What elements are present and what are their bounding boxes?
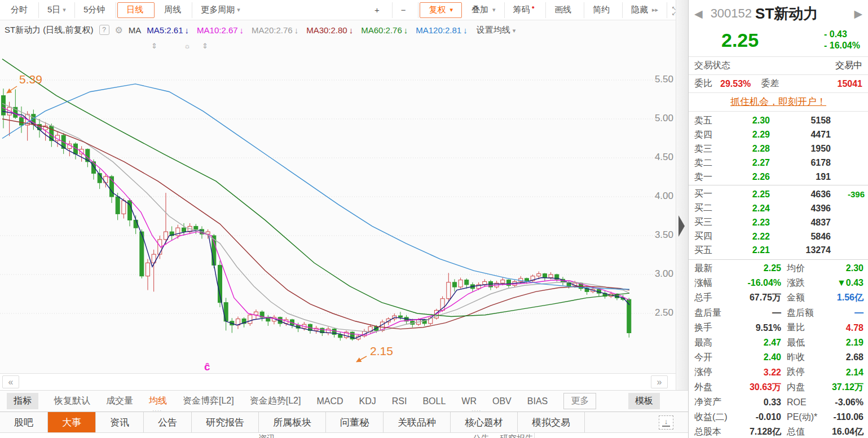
buy-row[interactable]: 买五 2.21 13274 — [689, 244, 868, 258]
ma-legend-item: MA60:2.76↓ — [361, 25, 408, 35]
bottom-tab[interactable]: 公告 — [144, 412, 192, 432]
indicator-item[interactable]: MACD — [316, 396, 343, 406]
indicator-item[interactable]: BOLL — [422, 396, 446, 406]
screenshot-icon[interactable]: ↓ — [659, 415, 673, 430]
announcement-pane-title: 公告 — [473, 433, 490, 438]
indicator-item[interactable]: OBV — [492, 396, 512, 406]
bottom-tab[interactable]: 资讯 — [96, 412, 144, 432]
stat-value: — — [824, 308, 863, 318]
bottom-tab[interactable]: 模拟交易 — [518, 412, 585, 432]
app-window: 分时5日▾5分钟日线周线更多周期▾ +−复权▾叠加▾筹码●画线简约隐藏▸▸ ↖↗… — [0, 0, 868, 438]
indicator-item[interactable]: KDJ — [359, 396, 376, 406]
stat-label: 内盘 — [787, 382, 824, 393]
chart-tool-button[interactable]: 复权▾ — [420, 2, 462, 18]
ma-settings-button[interactable]: 设置均线 ▾ — [477, 25, 516, 36]
sell-row[interactable]: 卖五 2.30 5158 — [689, 114, 868, 128]
indicator-item[interactable]: 恢复默认 — [54, 395, 90, 407]
indicator-item[interactable]: 指标 — [7, 393, 38, 409]
stat-label: 跌停 — [787, 366, 824, 378]
scroll-left-icon[interactable]: « — [2, 375, 19, 388]
stat-label: 涨跌 — [787, 277, 824, 289]
period-button[interactable]: 5分钟 — [75, 2, 116, 18]
sell-row[interactable]: 卖一 2.26 191 — [689, 170, 868, 184]
sell-queue: 卖五 2.30 5158 卖四 2.29 4471 卖三 2.28 1950 卖… — [689, 112, 868, 185]
chart-tool-button[interactable]: 筹码● — [505, 2, 546, 18]
scroll-right-icon[interactable]: » — [651, 375, 668, 388]
period-button[interactable]: 周线 — [156, 2, 192, 18]
indicator-bar: 指标恢复默认成交量均线资金博弈[L2]资金趋势[L2]MACDKDJRSIBOL… — [0, 390, 688, 412]
sell-price: 2.28 — [724, 144, 770, 154]
stat-value: 2.30 — [824, 263, 863, 273]
sell-row[interactable]: 卖二 2.27 6178 — [689, 156, 868, 170]
stats-row: 外盘 30.63万 内盘 37.12万 — [694, 380, 863, 395]
indicator-item[interactable]: RSI — [392, 396, 407, 406]
sell-volume: 5158 — [770, 116, 831, 126]
svg-text:5.39: 5.39 — [19, 73, 42, 86]
bottom-tab[interactable]: 问董秘 — [326, 412, 384, 432]
stat-label: 总股本 — [694, 426, 735, 438]
buy-row[interactable]: 买四 2.22 5846 — [689, 229, 868, 244]
bottom-tab[interactable]: 关联品种 — [384, 412, 451, 432]
buy-row[interactable]: 买三 2.23 4837 — [689, 215, 868, 229]
period-button[interactable]: 日线 — [117, 2, 155, 18]
panel-collapse-strip — [676, 0, 688, 390]
quote-panel: ◀ 300152 ST新动力 ▶ 2.25 - 0.43 - 16.04% 交易… — [688, 0, 868, 438]
indicator-item[interactable]: 成交量 — [106, 395, 133, 407]
stats-row: 最高 2.47 最低 2.19 — [694, 335, 863, 350]
period-button[interactable]: 5日▾ — [39, 2, 75, 18]
indicator-item[interactable]: 更多 — [563, 393, 596, 409]
chevron-down-icon: ▸▸ — [652, 6, 658, 14]
bottom-tab[interactable]: 研究报告 — [192, 412, 259, 432]
y-axis-label: 3.50 — [633, 229, 673, 241]
next-stock-icon[interactable]: ▶ — [852, 7, 865, 20]
ma-legend-item: MA120:2.81↓ — [416, 25, 467, 35]
sell-level-label: 卖三 — [694, 143, 724, 155]
indicator-items: 指标恢复默认成交量均线资金博弈[L2]资金趋势[L2]MACDKDJRSIBOL… — [7, 393, 596, 409]
chart-tool-button[interactable]: 叠加▾ — [463, 2, 505, 18]
sell-volume: 191 — [770, 172, 831, 182]
chart-tool-button[interactable]: + — [366, 2, 393, 18]
collapse-panel-icon[interactable] — [678, 215, 685, 237]
chart-tool-button[interactable]: − — [393, 2, 419, 18]
period-button[interactable]: 更多周期▾ — [192, 2, 249, 18]
stat-value: 0.33 — [735, 397, 781, 408]
stat-value: -110.06 — [824, 412, 863, 422]
buy-row[interactable]: 买一 2.25 4636 -396 — [689, 187, 868, 201]
bottom-tab[interactable]: 核心题材 — [451, 412, 518, 432]
indicator-item[interactable]: 资金趋势[L2] — [250, 395, 301, 407]
chart-title: ST新动力 (日线,前复权) — [5, 25, 94, 36]
stat-label: 换手 — [694, 322, 735, 334]
bottom-tab[interactable]: 大事 — [48, 412, 96, 432]
buy-volume: 5846 — [770, 232, 831, 242]
sell-row[interactable]: 卖四 2.29 4471 — [689, 128, 868, 142]
bottom-tab[interactable]: 所属板块 — [259, 412, 326, 432]
bottom-tab[interactable]: 股吧 — [0, 412, 48, 432]
chart-tool-button[interactable]: 隐藏▸▸ — [623, 2, 667, 18]
indicator-item[interactable]: WR — [461, 396, 477, 406]
chart-tool-button[interactable]: 画线 — [546, 2, 584, 18]
stock-name: ST新动力 — [755, 4, 852, 24]
stat-value: -16.04% — [735, 278, 781, 288]
template-button[interactable]: 模板 — [628, 393, 660, 409]
stats-row: 盘后量 — 盘后额 — — [694, 306, 863, 320]
gear-icon[interactable]: ⚙ — [115, 25, 123, 36]
sell-row[interactable]: 卖三 2.28 1950 — [689, 142, 868, 156]
buy-price: 2.25 — [724, 189, 770, 200]
stat-label: 金额 — [787, 292, 824, 304]
svg-text:2.15: 2.15 — [370, 344, 393, 357]
chart-tool-button[interactable]: 简约 — [584, 2, 623, 18]
help-icon[interactable]: ? — [99, 25, 109, 35]
open-account-link[interactable]: 抓住机会，即刻开户！ — [730, 96, 826, 107]
sell-level-label: 卖四 — [694, 129, 724, 141]
prev-stock-icon[interactable]: ◀ — [692, 7, 705, 20]
candlestick-chart[interactable]: 5.392.15ĉ 5.505.004.504.003.503.002.50⇕☼… — [0, 39, 688, 373]
indicator-item[interactable]: BIAS — [527, 396, 548, 406]
indicator-item[interactable]: 均线 — [149, 395, 167, 407]
stats-row: 涨幅 -16.04% 涨跌 ▼0.43 — [694, 276, 863, 290]
weibi-label: 委比 — [694, 78, 712, 90]
period-button[interactable]: 分时 — [2, 2, 39, 18]
indicator-item[interactable]: 资金博弈[L2] — [183, 395, 234, 407]
buy-price: 2.22 — [724, 232, 770, 242]
chevron-down-icon: ▾ — [492, 6, 496, 14]
buy-row[interactable]: 买二 2.24 4396 — [689, 201, 868, 215]
